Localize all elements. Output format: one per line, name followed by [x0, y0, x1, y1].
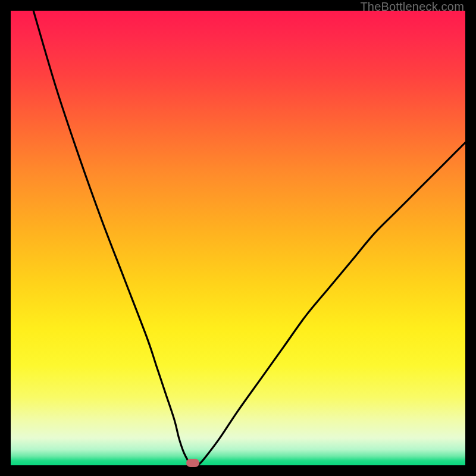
curve-svg	[11, 11, 465, 465]
optimal-point-marker	[186, 459, 199, 467]
bottleneck-curve	[33, 11, 465, 465]
plot-area	[11, 11, 465, 465]
chart-frame	[11, 11, 465, 465]
